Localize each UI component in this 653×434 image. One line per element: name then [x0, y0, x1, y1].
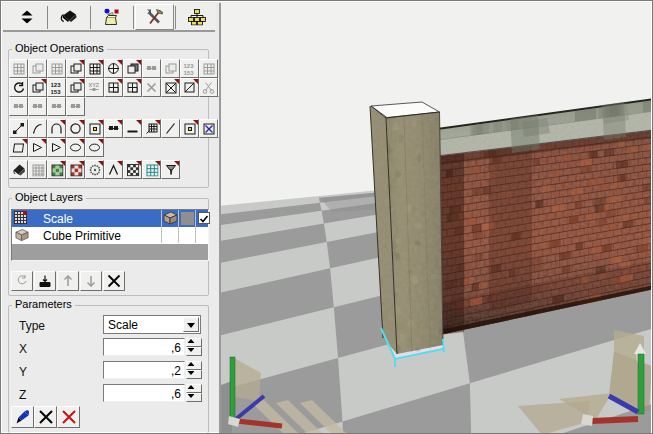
svg-text:123: 123	[183, 63, 194, 69]
svg-text:153: 153	[183, 69, 194, 75]
svg-text:123: 123	[50, 82, 61, 88]
svg-text:XYZ: XYZ	[88, 81, 99, 87]
svg-text:153: 153	[50, 88, 61, 94]
